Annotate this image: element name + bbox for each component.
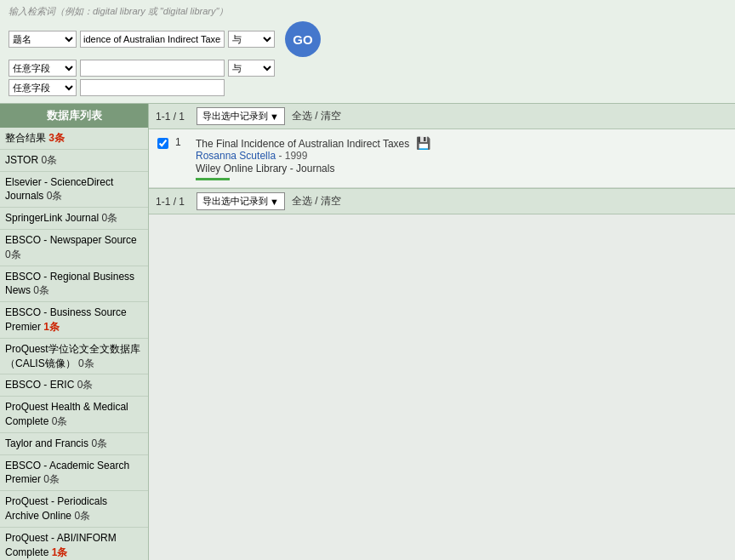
sidebar-item-all[interactable]: 整合结果 3条 (0, 128, 148, 150)
search-bar: 输入检索词（例如：digital library 或 "digital libr… (0, 0, 735, 104)
export-arrow: ▼ (270, 111, 279, 122)
sidebar-item-label: Taylor and Francis (5, 437, 91, 449)
sidebar-item-ebsco-academic[interactable]: EBSCO - Academic Search Premier 0条 (0, 455, 148, 492)
sidebar-item-label: EBSCO - Business Source Premier (5, 306, 127, 333)
sidebar-item-count: 0条 (52, 415, 68, 427)
result-author[interactable]: Rosanna Scutella (196, 150, 276, 162)
export-button-bottom[interactable]: 导出选中记录到 ▼ (197, 192, 285, 210)
save-icon[interactable]: 💾 (413, 136, 430, 150)
result-title-row: The Final Incidence of Australian Indire… (196, 136, 726, 150)
sidebar-item-count: 0条 (91, 437, 107, 449)
sidebar-item-proquest-abi[interactable]: ProQuest - ABI/INFORM Complete 1条 (0, 528, 148, 560)
operator-select-1[interactable]: 与 或 非 (228, 31, 275, 48)
sidebar-item-count: 0条 (101, 212, 117, 224)
separator-top: / (315, 110, 321, 122)
search-row-3: 任意字段 题名 (9, 79, 726, 96)
sidebar-item-count: 0条 (77, 379, 94, 391)
sidebar-item-count: 0条 (33, 284, 49, 296)
main-layout: 数据库列表 整合结果 3条JSTOR 0条Elsevier - ScienceD… (0, 104, 735, 560)
sidebar-item-label: SpringerLink Journal (5, 212, 101, 224)
search-input-2[interactable] (80, 60, 225, 77)
result-author-row: Rosanna Scutella - 1999 (196, 150, 726, 162)
sidebar-item-label: JSTOR (5, 154, 41, 166)
export-label-bottom: 导出选中记录到 (202, 195, 268, 208)
results-container: 1The Final Incidence of Australian Indir… (149, 129, 735, 188)
sidebar-item-label: ProQuest学位论文全文数据库（CALIS镜像） (5, 343, 140, 369)
content-area: 1-1 / 1 导出选中记录到 ▼ 全选 / 清空 1The Final Inc… (149, 104, 735, 560)
result-source: Wiley Online Library - Journals (196, 163, 726, 174)
sidebar-item-ebsco-newspaper[interactable]: EBSCO - Newspaper Source 0条 (0, 230, 148, 266)
go-button[interactable]: GO (285, 21, 321, 57)
sidebar-item-count: 1条 (43, 321, 60, 333)
sidebar-item-elsevier[interactable]: Elsevier - ScienceDirect Journals 0条 (0, 172, 148, 209)
search-row-1: 题名 任意字段 与 或 非 GO (9, 21, 726, 57)
operator-select-2[interactable]: 与 或 非 (228, 60, 275, 77)
sidebar-title: 数据库列表 (0, 104, 148, 128)
sidebar-item-label: EBSCO - Newspaper Source (5, 234, 137, 246)
sidebar-item-count: 0条 (74, 510, 90, 522)
sidebar-item-jstor[interactable]: JSTOR 0条 (0, 150, 148, 172)
sidebar-item-ebsco-regional[interactable]: EBSCO - Regional Business News 0条 (0, 266, 148, 303)
field-select-3[interactable]: 任意字段 题名 (9, 79, 77, 96)
result-checkbox[interactable] (157, 138, 168, 149)
field-select-1[interactable]: 题名 任意字段 (9, 31, 77, 48)
sidebar-item-label: EBSCO - Regional Business News (5, 271, 134, 297)
search-hint: 输入检索词（例如：digital library 或 "digital libr… (9, 5, 726, 18)
export-button-top[interactable]: 导出选中记录到 ▼ (197, 107, 285, 125)
sidebar-item-count: 0条 (78, 357, 94, 369)
select-all-top[interactable]: 全选 / 清空 (292, 109, 341, 123)
sidebar-item-count: 0条 (47, 190, 63, 202)
select-all-bottom[interactable]: 全选 / 清空 (292, 194, 341, 209)
sidebar-item-count: 0条 (5, 249, 21, 260)
results-toolbar-bottom: 1-1 / 1 导出选中记录到 ▼ 全选 / 清空 (149, 188, 735, 214)
sidebar-item-count: 0条 (43, 473, 60, 485)
sidebar-item-count: 3条 (48, 132, 65, 144)
search-input-3[interactable] (80, 79, 225, 96)
result-year: - 1999 (276, 150, 307, 162)
sidebar-item-ebsco-business[interactable]: EBSCO - Business Source Premier 1条 (0, 302, 148, 339)
pagination-bottom: 1-1 / 1 (156, 196, 190, 208)
result-number: 1 (175, 136, 189, 148)
sidebar-item-ebsco-eric[interactable]: EBSCO - ERIC 0条 (0, 374, 148, 397)
search-rows: 题名 任意字段 与 或 非 GO 任意字段 题名 与 或 非 (9, 21, 726, 96)
field-select-2[interactable]: 任意字段 题名 (9, 60, 77, 77)
sidebar-item-proquest-periodicals[interactable]: ProQuest - Periodicals Archive Online 0条 (0, 491, 148, 528)
sidebar-item-springerlink[interactable]: SpringerLink Journal 0条 (0, 208, 148, 230)
search-input-1[interactable] (80, 31, 225, 48)
sidebar-item-label: 整合结果 (5, 132, 48, 144)
search-hint-text: 输入检索词（例如：digital library 或 "digital libr… (9, 6, 228, 16)
separator-bottom: / (315, 195, 321, 207)
results-toolbar-top: 1-1 / 1 导出选中记录到 ▼ 全选 / 清空 (149, 104, 735, 129)
sidebar-item-proquest-health[interactable]: ProQuest Health & Medical Complete 0条 (0, 397, 148, 433)
sidebar-item-label: EBSCO - Academic Search Premier (5, 460, 129, 486)
export-label: 导出选中记录到 (202, 110, 268, 123)
sidebar: 数据库列表 整合结果 3条JSTOR 0条Elsevier - ScienceD… (0, 104, 149, 560)
result-title: The Final Incidence of Australian Indire… (196, 138, 409, 150)
pagination-top: 1-1 / 1 (156, 111, 190, 123)
search-row-2: 任意字段 题名 与 或 非 (9, 60, 726, 77)
sidebar-item-count: 0条 (41, 154, 57, 166)
result-content: The Final Incidence of Australian Indire… (196, 136, 726, 180)
result-item: 1The Final Incidence of Australian Indir… (149, 129, 735, 188)
sidebar-items-container: 整合结果 3条JSTOR 0条Elsevier - ScienceDirect … (0, 128, 148, 560)
sidebar-item-count: 1条 (52, 546, 68, 558)
sidebar-item-proquest-calis[interactable]: ProQuest学位论文全文数据库（CALIS镜像） 0条 (0, 339, 148, 375)
sidebar-item-label: ProQuest - Periodicals Archive Online (5, 495, 107, 522)
result-underline (196, 178, 230, 180)
sidebar-item-taylor-francis[interactable]: Taylor and Francis 0条 (0, 433, 148, 455)
sidebar-item-label: EBSCO - ERIC (5, 379, 77, 391)
export-arrow-bottom: ▼ (270, 197, 279, 207)
